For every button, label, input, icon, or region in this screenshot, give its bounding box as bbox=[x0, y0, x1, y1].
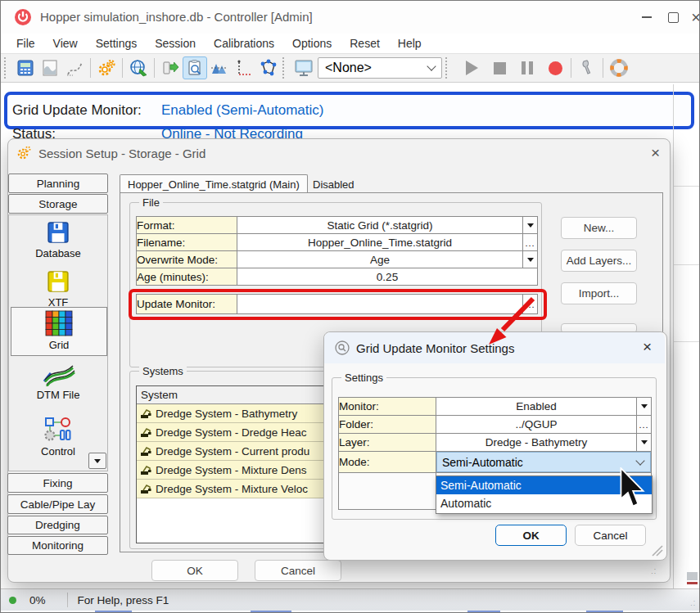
settings-gears-button[interactable] bbox=[94, 56, 119, 79]
button-label: Cancel bbox=[593, 530, 627, 542]
route-button[interactable] bbox=[62, 56, 87, 79]
field-label: Monitor: bbox=[339, 398, 436, 416]
mouse-cursor bbox=[616, 467, 648, 510]
sidebar-more-button[interactable] bbox=[88, 453, 106, 469]
sidebar-item-planning[interactable]: Planning bbox=[8, 174, 108, 193]
sidebar-item-dtm[interactable]: DTM File bbox=[8, 362, 108, 401]
session-dialog-close[interactable]: × bbox=[651, 146, 660, 160]
table-row: Format: Static Grid (*.statgrid) bbox=[137, 217, 538, 234]
monitor-dropdown-button[interactable] bbox=[637, 398, 652, 416]
system-row-label: Dredge System - Mixture Veloc bbox=[156, 483, 308, 495]
table-row: Mode: Semi-Automatic bbox=[339, 452, 652, 473]
session-gear-icon bbox=[16, 146, 31, 160]
devices-button[interactable] bbox=[13, 56, 38, 79]
overwrite-dropdown-button[interactable] bbox=[523, 251, 538, 268]
sidebar-label: Planning bbox=[37, 178, 80, 190]
chevron-down-icon bbox=[427, 61, 436, 70]
monitor-dialog-close[interactable]: × bbox=[643, 340, 652, 354]
maximize-icon bbox=[668, 12, 679, 23]
geodesy-button[interactable] bbox=[126, 56, 151, 79]
control-icon bbox=[43, 417, 73, 443]
format-dropdown-button[interactable] bbox=[523, 217, 538, 234]
sidebar-item-dredging[interactable]: Dredging bbox=[7, 516, 108, 534]
title-bar: Hopper simulation_inshore.db - Controlle… bbox=[1, 1, 700, 34]
record-button[interactable] bbox=[543, 56, 567, 79]
ruler-button[interactable] bbox=[232, 56, 256, 79]
tab-label: Disabled bbox=[313, 178, 355, 191]
menu-view[interactable]: View bbox=[44, 34, 87, 53]
minimize-button[interactable] bbox=[633, 1, 661, 34]
menu-help[interactable]: Help bbox=[389, 34, 431, 53]
menu-calibrations[interactable]: Calibrations bbox=[205, 34, 283, 53]
targets-button[interactable] bbox=[183, 56, 207, 79]
tab-main-grid[interactable]: Hopper_Online_Time.statgrid (Main) bbox=[120, 174, 308, 193]
monitor-ok-button[interactable]: OK bbox=[495, 525, 567, 546]
table-row: Overwrite Mode: Age bbox=[137, 251, 538, 268]
filename-value[interactable]: Hopper_Online_Time.statgrid bbox=[237, 234, 523, 251]
sidebar-item-fixing[interactable]: Fixing bbox=[7, 473, 108, 493]
devices-icon bbox=[16, 58, 35, 78]
sidebar-item-control[interactable]: Control bbox=[8, 417, 108, 457]
systems-group-legend: Systems bbox=[139, 365, 187, 377]
export-button[interactable] bbox=[158, 56, 183, 79]
empty-cell bbox=[339, 473, 436, 510]
sidebar-item-monitoring[interactable]: Monitoring bbox=[7, 536, 108, 555]
echogram-button[interactable] bbox=[38, 56, 62, 79]
device-select-value: <None> bbox=[325, 61, 372, 75]
field-label: Folder: bbox=[339, 416, 436, 434]
sidebar-item-database[interactable]: Database bbox=[8, 220, 108, 259]
sidebar-label: Dredging bbox=[35, 519, 80, 531]
play-button[interactable] bbox=[459, 56, 484, 79]
folder-value[interactable]: ../QGUP bbox=[436, 416, 637, 434]
session-cancel-button[interactable]: Cancel bbox=[255, 560, 341, 581]
monitor-value[interactable]: Enabled bbox=[436, 398, 637, 416]
session-ok-button[interactable]: OK bbox=[151, 560, 238, 581]
device-select[interactable]: <None> bbox=[318, 57, 442, 79]
session-dialog-title: Session Setup - Storage - Grid bbox=[38, 146, 205, 160]
stop-button[interactable] bbox=[487, 56, 512, 79]
sidebar-item-grid-selected[interactable]: Grid bbox=[11, 307, 107, 356]
network-button[interactable] bbox=[256, 56, 281, 79]
background-fragment bbox=[687, 582, 698, 584]
menu-session[interactable]: Session bbox=[146, 34, 205, 53]
resize-grip[interactable]: ∙∙∙ bbox=[651, 567, 662, 579]
sidebar-item-storage[interactable]: Storage bbox=[8, 194, 108, 214]
sidebar-item-cable-pipe-lay[interactable]: Cable/Pipe Lay bbox=[7, 494, 108, 514]
toolbar-grip[interactable] bbox=[4, 57, 10, 79]
monitor-cancel-button[interactable]: Cancel bbox=[575, 525, 646, 546]
close-button[interactable]: × bbox=[682, 1, 700, 34]
new-button[interactable]: New... bbox=[561, 217, 637, 239]
import-button[interactable]: Import... bbox=[561, 282, 637, 304]
status-bar: 0% For Help, press F1 ∙∙∙ bbox=[1, 588, 700, 611]
xtf-floppy-icon bbox=[46, 269, 70, 294]
menu-file[interactable]: File bbox=[7, 34, 44, 53]
menu-settings[interactable]: Settings bbox=[87, 34, 147, 53]
pause-button[interactable] bbox=[515, 56, 540, 79]
layer-value[interactable]: Dredge - Bathymetry bbox=[436, 434, 637, 452]
menu-options[interactable]: Options bbox=[283, 34, 341, 53]
network-nodes-icon bbox=[259, 58, 278, 78]
background-gridline bbox=[674, 186, 700, 187]
filename-browse-button[interactable]: ... bbox=[523, 234, 538, 251]
format-value[interactable]: Static Grid (*.statgrid) bbox=[237, 217, 523, 234]
tools-button[interactable] bbox=[575, 56, 599, 79]
toolbar-grip[interactable] bbox=[445, 57, 451, 79]
sidebar-label: Database bbox=[35, 247, 81, 259]
menu-reset[interactable]: Reset bbox=[341, 34, 389, 53]
route-icon bbox=[65, 58, 84, 78]
help-button[interactable] bbox=[607, 56, 631, 79]
toolbar-divider bbox=[603, 58, 603, 78]
overwrite-mode-value[interactable]: Age bbox=[237, 251, 523, 268]
folder-browse-button[interactable]: ... bbox=[637, 416, 652, 434]
resize-grip[interactable]: ∙∙∙ bbox=[690, 599, 696, 607]
age-minutes-value[interactable]: 0.25 bbox=[237, 268, 538, 286]
layer-dropdown-button[interactable] bbox=[637, 434, 652, 452]
add-layers-button[interactable]: Add Layers... bbox=[561, 250, 637, 272]
resize-grip[interactable] bbox=[649, 543, 664, 557]
toolbar-grip[interactable] bbox=[282, 57, 288, 79]
display-button[interactable] bbox=[291, 56, 316, 79]
tab-disabled[interactable]: Disabled bbox=[305, 176, 362, 193]
soundings-button[interactable] bbox=[207, 56, 232, 79]
sidebar-item-xtf[interactable]: XTF bbox=[8, 269, 108, 309]
table-row: Layer: Dredge - Bathymetry bbox=[339, 434, 652, 452]
